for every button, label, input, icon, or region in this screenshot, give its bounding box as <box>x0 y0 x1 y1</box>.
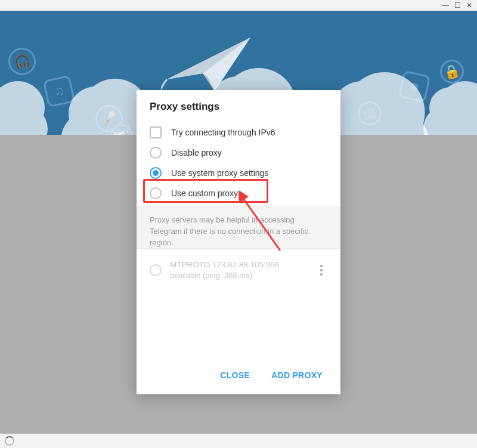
proxy-protocol: MTPROTO <box>170 260 210 269</box>
option-label: Disable proxy <box>171 148 222 157</box>
radio-icon <box>150 187 162 199</box>
proxy-settings-dialog: Proxy settings Try connecting through IP… <box>137 90 340 394</box>
window-maximize-button[interactable]: ☐ <box>453 1 461 10</box>
proxy-server-list: MTPROTO 173.82.88.105:996 available (pin… <box>137 249 340 292</box>
proxy-list-item[interactable]: MTPROTO 173.82.88.105:996 available (pin… <box>147 255 330 286</box>
checkbox-icon <box>150 126 162 138</box>
add-proxy-button[interactable]: ADD PROXY <box>263 364 331 386</box>
radio-icon <box>150 264 162 276</box>
window-minimize-button[interactable]: — <box>441 1 450 10</box>
radio-icon <box>150 147 162 159</box>
status-bar <box>0 434 477 448</box>
option-custom-proxy-radio[interactable]: Use custom proxy <box>150 183 327 203</box>
close-button[interactable]: CLOSE <box>212 364 258 386</box>
option-disable-proxy-radio[interactable]: Disable proxy <box>150 143 327 163</box>
window-close-button[interactable]: ✕ <box>465 1 473 10</box>
proxy-hint-text: Proxy servers may be helpful in accessin… <box>137 206 340 249</box>
dialog-footer: CLOSE ADD PROXY <box>137 357 340 394</box>
option-ipv6-checkbox[interactable]: Try connecting through IPv6 <box>150 122 327 143</box>
option-label: Try connecting through IPv6 <box>171 128 275 137</box>
doodle-headphones-icon: 🎧 <box>6 45 39 78</box>
option-label: Use system proxy settings <box>171 168 268 178</box>
dialog-title: Proxy settings <box>137 90 340 122</box>
radio-icon <box>150 167 162 179</box>
proxy-status: available (ping: 368 ms) <box>170 270 307 281</box>
proxy-item-menu-button[interactable] <box>315 265 327 276</box>
proxy-options-list: Try connecting through IPv6 Disable prox… <box>137 122 340 206</box>
option-label: Use custom proxy <box>171 189 238 198</box>
window-titlebar: — ☐ ✕ <box>0 0 477 11</box>
option-system-proxy-radio[interactable]: Use system proxy settings <box>150 163 327 183</box>
proxy-info: MTPROTO 173.82.88.105:996 available (pin… <box>170 259 307 281</box>
proxy-address: 173.82.88.105:996 <box>212 260 280 269</box>
loading-spinner-icon <box>5 436 14 446</box>
